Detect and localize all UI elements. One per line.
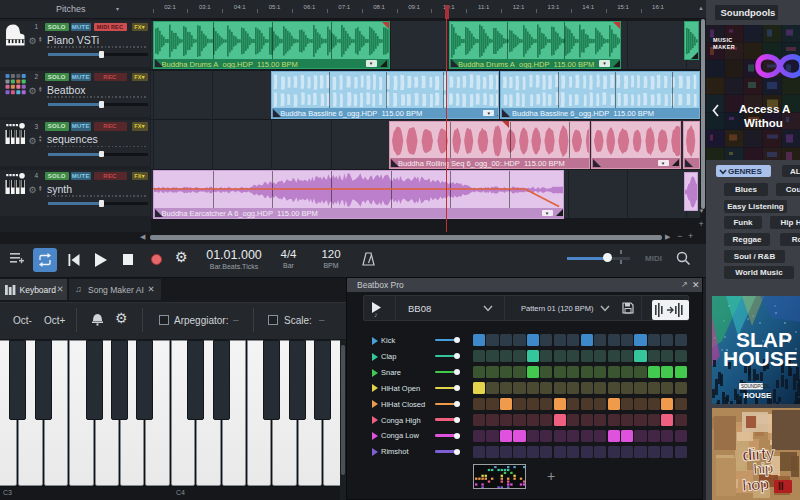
svg-text:HOUSE: HOUSE bbox=[743, 391, 772, 400]
svg-text:HOUSE: HOUSE bbox=[723, 347, 798, 370]
svg-text:hip: hip bbox=[752, 459, 773, 477]
svg-text:II: II bbox=[778, 481, 784, 492]
svg-text:hop: hop bbox=[742, 475, 771, 494]
svg-text:SOUNDPOOL: SOUNDPOOL bbox=[741, 384, 770, 389]
